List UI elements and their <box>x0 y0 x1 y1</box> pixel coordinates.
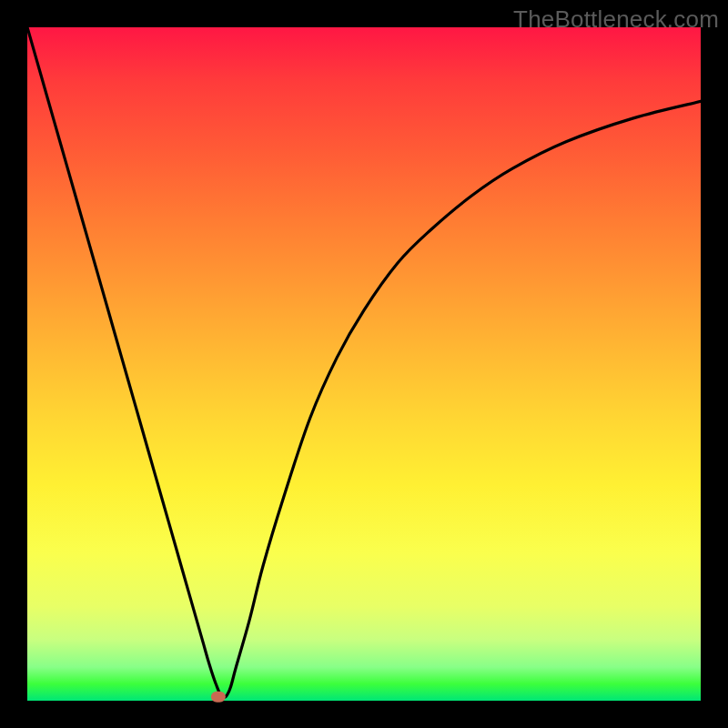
plot-area <box>27 27 701 701</box>
minimum-marker <box>211 691 226 703</box>
bottleneck-curve <box>27 27 701 698</box>
chart-container: TheBottleneck.com <box>0 0 728 728</box>
curve-svg <box>27 27 701 701</box>
